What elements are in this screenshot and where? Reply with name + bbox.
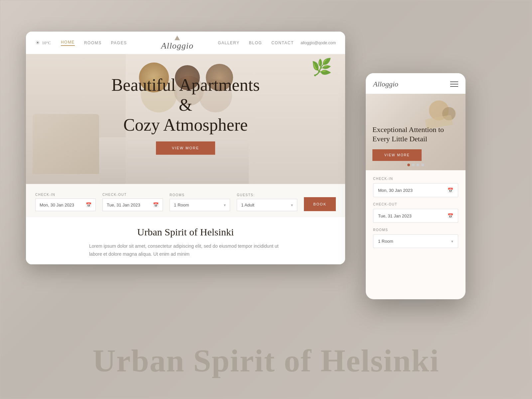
carousel-dot-1[interactable] bbox=[407, 164, 410, 166]
desktop-logo[interactable]: Alloggio bbox=[161, 35, 194, 51]
content-body: Lorem ipsum dolor sit amet, consectetur … bbox=[89, 242, 282, 258]
mobile-rooms-chevron-icon: ▾ bbox=[451, 239, 453, 244]
checkout-field: CHECK-OUT Tue, 31 Jan 2023 📅 bbox=[102, 193, 163, 211]
mobile-hero-title: Exceptional Attention to Every Little De… bbox=[372, 125, 459, 144]
logo-text: Alloggio bbox=[161, 41, 194, 51]
hero-heading: Beautiful Apartments & Cozy Atmosphere bbox=[106, 75, 265, 135]
book-button[interactable]: BOOK bbox=[304, 197, 336, 211]
desktop-hero: 🌿 Beautiful Apartments & Cozy Atmosphere… bbox=[26, 54, 345, 184]
nav-contact[interactable]: CONTACT bbox=[271, 41, 294, 45]
nav-gallery[interactable]: GALLERY bbox=[218, 41, 240, 45]
logo-triangle-icon bbox=[175, 36, 180, 40]
nav-links: HOME ROOMS PAGES bbox=[61, 40, 151, 46]
checkout-input[interactable]: Tue, 31 Jan 2023 📅 bbox=[102, 199, 163, 211]
nav-links-right: GALLERY BLOG CONTACT bbox=[203, 41, 294, 45]
mobile-rooms-field: ROOMS 1 Room ▾ bbox=[373, 228, 458, 248]
mobile-checkout-calendar-icon: 📅 bbox=[448, 213, 453, 218]
mobile-checkin-input[interactable]: Mon, 30 Jan 2023 📅 bbox=[373, 183, 458, 197]
guests-label: GUESTS: bbox=[237, 193, 297, 197]
rooms-label: ROOMS bbox=[170, 193, 230, 197]
content-title: Urban Spirit of Helsinki bbox=[37, 226, 334, 238]
checkin-field: CHECK-IN Mon, 30 Jan 2023 📅 bbox=[35, 193, 96, 211]
desktop-booking-bar: CHECK-IN Mon, 30 Jan 2023 📅 CHECK-OUT Tu… bbox=[26, 184, 345, 217]
sun-icon: ☀ bbox=[35, 40, 40, 46]
mobile-checkout-label: CHECK-OUT bbox=[373, 202, 458, 206]
nav-blog[interactable]: BLOG bbox=[249, 41, 262, 45]
guests-field: GUESTS: 1 Adult ▾ bbox=[237, 193, 297, 211]
mobile-hero: Exceptional Attention to Every Little De… bbox=[366, 94, 466, 170]
checkout-label: CHECK-OUT bbox=[102, 193, 163, 197]
rooms-select[interactable]: 1 Room ▾ bbox=[170, 199, 230, 211]
guests-select[interactable]: 1 Adult ▾ bbox=[237, 199, 297, 211]
mobile-hero-view-more-button[interactable]: VIEW MORE bbox=[372, 149, 422, 161]
nav-email: alloggio@qode.com bbox=[301, 41, 336, 45]
desktop-nav: ☀ 10°C HOME ROOMS PAGES Alloggio GALLERY… bbox=[26, 32, 345, 54]
rooms-field: ROOMS 1 Room ▾ bbox=[170, 193, 230, 211]
mobile-checkin-field: CHECK-IN Mon, 30 Jan 2023 📅 bbox=[373, 177, 458, 197]
mobile-checkin-calendar-icon: 📅 bbox=[448, 188, 453, 193]
mobile-hamburger-icon[interactable] bbox=[450, 81, 458, 87]
mobile-hero-content: Exceptional Attention to Every Little De… bbox=[372, 125, 459, 161]
carousel-dot-3[interactable] bbox=[417, 164, 419, 166]
hamburger-line-2 bbox=[450, 84, 458, 84]
checkout-calendar-icon: 📅 bbox=[153, 202, 159, 207]
rooms-chevron-icon: ▾ bbox=[224, 203, 226, 207]
hamburger-line-3 bbox=[450, 86, 458, 87]
background-text: Urban Spirit of Helsinki bbox=[93, 342, 440, 379]
hero-view-more-button[interactable]: VIEW MORE bbox=[156, 142, 215, 155]
checkin-label: CHECK-IN bbox=[35, 193, 96, 197]
temperature: 10°C bbox=[42, 40, 51, 46]
mobile-rooms-label: ROOMS bbox=[373, 228, 458, 232]
checkin-calendar-icon: 📅 bbox=[86, 202, 91, 207]
guests-chevron-icon: ▾ bbox=[291, 203, 293, 207]
carousel-dots bbox=[407, 164, 424, 166]
hero-plants: 🌿 bbox=[311, 58, 332, 77]
carousel-dot-4[interactable] bbox=[421, 164, 424, 166]
mobile-rooms-select[interactable]: 1 Room ▾ bbox=[373, 234, 458, 248]
hero-chair bbox=[33, 114, 99, 174]
nav-rooms[interactable]: ROOMS bbox=[84, 41, 102, 45]
nav-pages[interactable]: PAGES bbox=[111, 41, 127, 45]
hamburger-line-1 bbox=[450, 81, 458, 82]
checkin-input[interactable]: Mon, 30 Jan 2023 📅 bbox=[35, 199, 96, 211]
mobile-checkout-input[interactable]: Tue, 31 Jan 2023 📅 bbox=[373, 209, 458, 223]
desktop-mockup: ☀ 10°C HOME ROOMS PAGES Alloggio GALLERY… bbox=[26, 32, 345, 264]
carousel-dot-2[interactable] bbox=[412, 164, 415, 166]
mobile-logo[interactable]: Alloggio bbox=[373, 80, 398, 88]
mobile-booking-form: CHECK-IN Mon, 30 Jan 2023 📅 CHECK-OUT Tu… bbox=[366, 170, 466, 260]
mobile-checkout-field: CHECK-OUT Tue, 31 Jan 2023 📅 bbox=[373, 202, 458, 223]
weather-widget: ☀ 10°C bbox=[35, 40, 51, 46]
hero-title-block: Beautiful Apartments & Cozy Atmosphere V… bbox=[106, 75, 265, 155]
desktop-content: Urban Spirit of Helsinki Lorem ipsum dol… bbox=[26, 217, 345, 264]
mobile-nav: Alloggio bbox=[366, 73, 466, 94]
nav-home[interactable]: HOME bbox=[61, 40, 75, 46]
mobile-mockup: Alloggio Exceptional Attention to Every … bbox=[366, 73, 466, 299]
mobile-checkin-label: CHECK-IN bbox=[373, 177, 458, 181]
